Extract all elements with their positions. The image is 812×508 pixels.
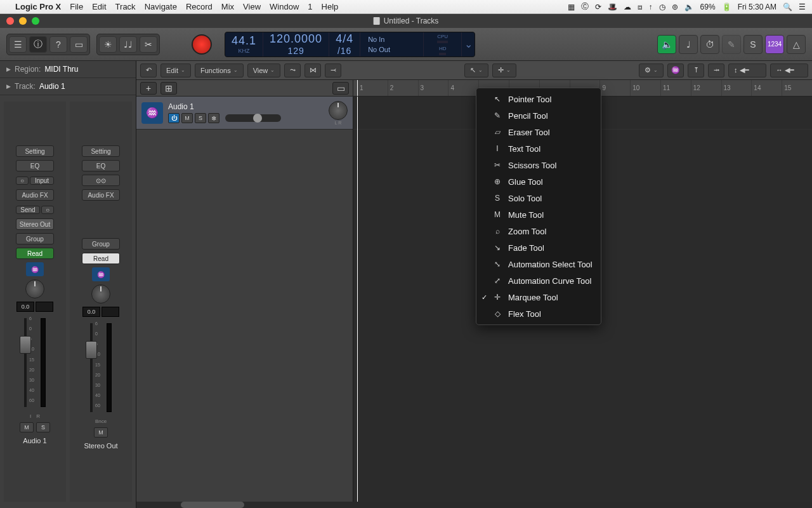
menu-track[interactable]: Track [115, 2, 136, 11]
menu-help[interactable]: Help [322, 2, 339, 11]
eq-button[interactable]: EQ [82, 160, 120, 171]
db-value[interactable]: 0.0 [82, 307, 100, 317]
tool-menu-item[interactable]: ✂Scissors Tool [476, 157, 601, 173]
tuner-button[interactable]: ♩ [679, 35, 698, 54]
menu-view[interactable]: View [243, 2, 261, 11]
status-icon[interactable]: Ⓒ [581, 1, 589, 12]
horizontal-scrollbar[interactable] [136, 502, 812, 508]
catch-button[interactable]: ⤙ [325, 64, 341, 77]
tool-menu-item[interactable]: ⊕Glue Tool [476, 173, 601, 190]
tool-menu-item[interactable]: ✓✛Marquee Tool [476, 289, 601, 305]
tool-menu-item[interactable]: IText Tool [476, 140, 601, 157]
tempo[interactable]: 120.0000 [270, 32, 322, 46]
settings-menu[interactable]: ⚙⌄ [639, 64, 664, 77]
tool-menu-item[interactable]: ⤡Automation Select Tool [476, 256, 601, 272]
smart-controls-button[interactable]: ☀ [99, 36, 117, 53]
setting-button[interactable]: Setting [16, 145, 54, 157]
help-button[interactable]: ? [49, 36, 67, 53]
solo-button[interactable]: S [36, 422, 50, 432]
sample-rate[interactable]: 44.1 [232, 34, 256, 48]
horizontal-zoom-button[interactable]: ⤞ [708, 64, 724, 77]
menu-icon[interactable]: ☰ [799, 3, 806, 11]
tool-menu-item[interactable]: ▱Eraser Tool [476, 124, 601, 140]
disclosure-triangle-icon[interactable]: ▶ [6, 66, 11, 72]
vertical-zoom-button[interactable]: ⤒ [688, 64, 704, 77]
status-icon[interactable]: ▦ [568, 3, 575, 11]
add-track-button[interactable]: + [140, 82, 157, 95]
division[interactable]: /16 [337, 46, 351, 56]
menu-navigate[interactable]: Navigate [145, 2, 177, 11]
mixer-button[interactable]: ♩♩ [119, 36, 137, 53]
mute-button[interactable]: M [181, 113, 193, 123]
spotlight-icon[interactable]: 🔍 [783, 3, 792, 11]
metronome-button[interactable]: △ [787, 35, 806, 54]
global-tracks-button[interactable]: ▭ [332, 82, 349, 95]
flex-button[interactable]: ⋈ [304, 64, 321, 77]
view-menu[interactable]: View⌄ [247, 64, 281, 77]
v-zoom-slider[interactable]: ↕ ◀━ [728, 64, 766, 77]
input-button[interactable]: ○Input [16, 175, 54, 186]
battery-icon[interactable]: 🔋 [722, 3, 731, 11]
track-icon[interactable]: ♒ [92, 267, 110, 281]
edit-menu[interactable]: Edit⌄ [160, 64, 191, 77]
group-button[interactable]: Group [82, 238, 120, 250]
tool-menu-item[interactable]: ↘Fade Tool [476, 239, 601, 256]
wifi-icon[interactable]: ⊚ [672, 3, 678, 11]
clock[interactable]: Fri 5:30 AM [738, 3, 776, 11]
record-button[interactable] [192, 34, 212, 55]
pan-knob[interactable] [91, 284, 110, 304]
eq-button[interactable]: EQ [16, 160, 54, 171]
tool-menu-item[interactable]: ⤢Automation Curve Tool [476, 272, 601, 289]
h-zoom-slider[interactable]: ↔ ◀━ [770, 64, 808, 77]
functions-menu[interactable]: Functions⌄ [195, 64, 244, 77]
app-menu[interactable]: Logic Pro X [15, 2, 61, 11]
menu-window[interactable]: Window [270, 2, 299, 11]
sync-button[interactable]: S [743, 35, 763, 54]
menu-1[interactable]: 1 [308, 2, 312, 11]
mute-button[interactable]: M [94, 427, 108, 438]
pan-knob[interactable] [329, 101, 348, 120]
db-value[interactable]: 0.0 [16, 302, 34, 312]
track-header[interactable]: ♒ Audio 1 ⏻ M S ❄ L R [136, 97, 353, 130]
click-button[interactable]: ✎ [722, 35, 741, 54]
editors-button[interactable]: ✂ [140, 36, 157, 53]
disclosure-triangle-icon[interactable]: ▶ [6, 83, 11, 90]
clock-icon[interactable]: ◷ [659, 3, 665, 11]
menu-record[interactable]: Record [186, 2, 213, 11]
playhead-line[interactable] [357, 97, 358, 508]
hat-icon[interactable]: 🎩 [608, 3, 617, 11]
bounce-button[interactable]: Bnce [95, 418, 107, 424]
tool-menu-item[interactable]: SSolo Tool [476, 190, 601, 206]
window-zoom-button[interactable] [32, 17, 39, 25]
window-minimize-button[interactable] [19, 17, 27, 25]
position[interactable]: 129 [287, 46, 304, 56]
stereo-icon-button[interactable]: ⊙⊙ [82, 175, 120, 186]
cycle-button[interactable]: 1234 [765, 35, 784, 54]
track-name[interactable]: Audio 1 [168, 102, 324, 111]
master-volume-button[interactable]: 🔈 [657, 35, 676, 54]
send-button[interactable]: Send○ [16, 204, 54, 215]
audiofx-button[interactable]: Audio FX [16, 189, 54, 201]
inspector-button[interactable]: ⓘ [29, 36, 47, 53]
group-button[interactable]: Group [16, 233, 54, 244]
fader[interactable] [90, 323, 93, 412]
playhead[interactable] [357, 80, 358, 96]
setting-button[interactable]: Setting [82, 145, 120, 157]
volume-icon[interactable]: 🔈 [684, 3, 694, 11]
sync-icon[interactable]: ⟳ [595, 3, 601, 11]
tool-menu-item[interactable]: ⌕Zoom Tool [476, 223, 601, 239]
tool-menu-item[interactable]: ◇Flex Tool [476, 305, 601, 322]
automation-read-button[interactable]: Read [82, 253, 120, 264]
menu-mix[interactable]: Mix [221, 2, 234, 11]
tool-menu-item[interactable]: ↖Pointer Tool [476, 91, 601, 107]
arrow-icon[interactable]: ↑ [649, 3, 653, 11]
output-button[interactable]: Stereo Out [16, 218, 54, 230]
right-tool-selector[interactable]: ✛⌄ [492, 64, 516, 77]
track-icon[interactable]: ♒ [26, 262, 44, 276]
window-close-button[interactable] [6, 17, 14, 25]
count-in-button[interactable]: ⏱ [700, 35, 719, 54]
volume-slider[interactable] [225, 114, 281, 122]
dropbox-icon[interactable]: ⧈ [638, 3, 643, 11]
track-header[interactable]: ▶ Track: Audio 1 [0, 78, 136, 95]
library-button[interactable]: ☰ [9, 36, 27, 53]
